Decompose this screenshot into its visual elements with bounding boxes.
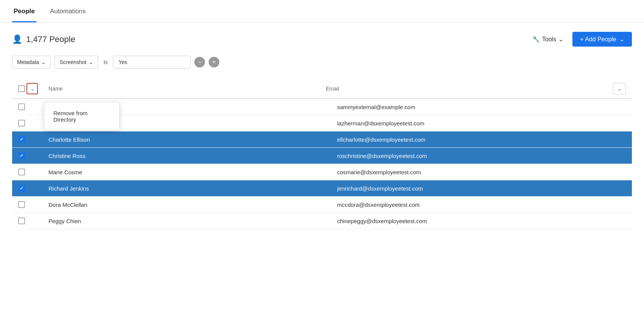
header-checkbox-col: ⌄ Remove from Directory (18, 83, 48, 94)
name-column-header: Name (48, 86, 326, 92)
remove-from-directory-item[interactable]: Remove from Directory (44, 105, 119, 128)
people-table: ⌄ Remove from Directory Name Email ⌄ sam… (12, 79, 632, 229)
table-row[interactable]: Charlotte Ellisonellcharlotte@dsxemploye… (12, 131, 632, 148)
filter-row: Metadata ⌄ Screenshot ⌄ Is − + (12, 56, 632, 69)
row-email: chinepeggy@dsxemployeetest.com (337, 218, 626, 224)
row-checkbox-col (18, 136, 48, 143)
action-column-header: ⌄ (603, 83, 626, 94)
tab-automations[interactable]: Automations (48, 0, 88, 22)
row-checkbox-col (18, 169, 48, 175)
row-email: jenrichard@dsxemployeetest.com (337, 185, 626, 192)
row-name: Peggy Chien (48, 218, 337, 224)
table-row[interactable]: Richard Jenkinsjenrichard@dsxemployeetes… (12, 180, 632, 197)
add-filter-button[interactable]: + (209, 57, 219, 67)
row-checkbox[interactable] (18, 103, 25, 110)
row-checkbox-col (18, 201, 48, 208)
filter-is-label: Is (102, 59, 109, 65)
toolbar: 👤 1,477 People 🔧 Tools ⌄ + Add People ⌄ (12, 32, 632, 47)
row-name: Christine Ross (48, 153, 337, 159)
tools-label: Tools (542, 36, 556, 43)
row-checkbox[interactable] (18, 185, 25, 192)
metadata-chevron-icon: ⌄ (41, 59, 46, 65)
row-name: Charlotte Ellison (48, 136, 337, 143)
table-row[interactable]: Peggy Chienchinepeggy@dsxemployeetest.co… (12, 213, 632, 229)
row-email: roschristine@dsxemployeetest.com (337, 153, 626, 159)
row-checkbox[interactable] (18, 169, 25, 175)
add-people-label: + Add People (580, 36, 616, 43)
row-checkbox[interactable] (18, 217, 25, 224)
email-column-header: Email (326, 86, 603, 92)
count-label: 1,477 People (26, 34, 75, 44)
wrench-icon: 🔧 (532, 36, 540, 43)
row-action-chevron-button[interactable]: ⌄ (27, 83, 38, 94)
row-email: cosmarie@dsxemployeetest.com (337, 169, 626, 175)
row-checkbox[interactable] (18, 136, 25, 143)
top-nav: People Automations (0, 0, 644, 23)
select-all-checkbox[interactable] (18, 85, 25, 92)
table-row[interactable]: Dora McClellanmccdora@dsxemployeetest.co… (12, 197, 632, 213)
header-checkbox-wrap: ⌄ (18, 83, 38, 94)
add-people-chevron-icon: ⌄ (619, 36, 624, 43)
screenshot-label: Screenshot (59, 59, 86, 65)
row-name: Dora McClellan (48, 202, 337, 208)
people-count: 👤 1,477 People (12, 34, 75, 44)
add-people-button[interactable]: + Add People ⌄ (572, 32, 632, 47)
screenshot-filter[interactable]: Screenshot ⌄ (55, 56, 98, 69)
row-email: lazherman@dsxemployeetest.com (337, 120, 626, 127)
row-checkbox-col (18, 185, 48, 192)
tools-button[interactable]: 🔧 Tools ⌄ (528, 33, 568, 46)
metadata-filter[interactable]: Metadata ⌄ (12, 56, 51, 69)
table-row[interactable]: Marie Cosmecosmarie@dsxemployeetest.com (12, 164, 632, 180)
tools-chevron-icon: ⌄ (558, 36, 563, 43)
row-email: ellcharlotte@dsxemployeetest.com (337, 136, 626, 143)
screenshot-chevron-icon: ⌄ (89, 59, 93, 65)
row-checkbox-col (18, 152, 48, 159)
table-row[interactable]: Christine Rossroschristine@dsxemployeete… (12, 148, 632, 164)
row-checkbox-col (18, 217, 48, 224)
remove-filter-button[interactable]: − (194, 57, 205, 67)
main-content: 👤 1,477 People 🔧 Tools ⌄ + Add People ⌄ … (0, 23, 644, 238)
metadata-label: Metadata (17, 59, 39, 65)
row-checkbox[interactable] (18, 201, 25, 208)
tab-people[interactable]: People (12, 0, 36, 22)
row-name: Marie Cosme (48, 169, 337, 175)
row-name: Richard Jenkins (48, 185, 337, 192)
filter-value-input[interactable] (113, 56, 191, 69)
row-checkbox[interactable] (18, 120, 25, 127)
person-icon: 👤 (12, 34, 22, 44)
row-checkbox[interactable] (18, 152, 25, 159)
column-settings-button[interactable]: ⌄ (613, 83, 626, 94)
row-email: mccdora@dsxemployeetest.com (337, 202, 626, 208)
table-header: ⌄ Remove from Directory Name Email ⌄ (12, 79, 632, 99)
row-email: sammyexternal@example.com (337, 104, 626, 110)
toolbar-right: 🔧 Tools ⌄ + Add People ⌄ (528, 32, 632, 47)
bulk-action-dropdown: Remove from Directory (44, 102, 120, 131)
